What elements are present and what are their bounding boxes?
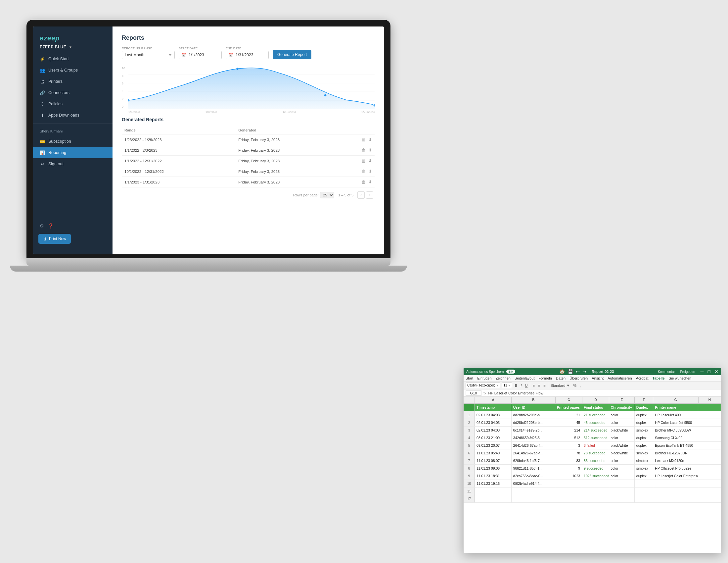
header-printer-name[interactable]: Printer name (653, 404, 698, 411)
sidebar-item-users-groups[interactable]: 👥 Users & Groups (33, 65, 113, 76)
cell-5-printer[interactable]: Epson EcoTank ET-4850 (653, 442, 698, 449)
cell-3-status[interactable]: 214 succeeded (582, 427, 609, 434)
sidebar-item-quick-start[interactable]: ⚡ Quick Start (33, 53, 113, 65)
download-icon[interactable]: ⬇ (368, 148, 372, 153)
sidebar-item-reporting[interactable]: 📊 Reporting (33, 147, 113, 158)
sidebar-item-connectors[interactable]: 🔗 Connectors (33, 87, 113, 98)
cell-7-userid[interactable]: 620bda46-1af6-7... (512, 457, 555, 464)
cell-7-extra[interactable] (698, 457, 721, 464)
cell-8-chroma[interactable]: color (609, 465, 635, 472)
sidebar-item-sign-out[interactable]: ↩ Sign out (33, 158, 113, 169)
header-timestamp[interactable]: Timestamp (475, 404, 512, 411)
cell-reference[interactable]: G10 (466, 391, 481, 396)
menu-zeichnen[interactable]: Zeichnen (496, 376, 511, 381)
cell-17-h[interactable] (698, 495, 721, 502)
end-date-display[interactable]: 📅 1/31/2023 (226, 51, 269, 59)
delete-icon[interactable]: 🗑 (361, 148, 366, 153)
cell-6-userid[interactable]: 26414d26-67ab-f... (512, 449, 555, 457)
cell-17-a[interactable] (475, 495, 512, 502)
menu-acrobat[interactable]: Acrobat (636, 376, 649, 381)
excel-redo-icon[interactable]: ↪ (582, 369, 586, 374)
download-icon[interactable]: ⬇ (368, 169, 372, 174)
cell-4-status[interactable]: 512 succeeded (582, 434, 609, 442)
cell-8-duplex[interactable]: simplex (635, 465, 653, 472)
underline-button[interactable]: U (524, 383, 528, 388)
cell-8-timestamp[interactable]: 11.01.23 09:06 (475, 465, 512, 472)
cell-6-extra[interactable] (698, 449, 721, 457)
bold-button[interactable]: B (514, 383, 518, 388)
delete-icon[interactable]: 🗑 (361, 158, 366, 163)
menu-start[interactable]: Start (466, 376, 473, 381)
align-left-button[interactable]: ≡ (531, 383, 535, 388)
settings-icon[interactable]: ⚙ (40, 223, 44, 228)
cell-11-g[interactable] (653, 488, 698, 495)
cell-8-printer[interactable]: HP OfficeJet Pro 8022e (653, 465, 698, 472)
delete-icon[interactable]: 🗑 (361, 137, 366, 142)
cell-4-chroma[interactable]: color (609, 434, 635, 442)
header-duplex[interactable]: Duplex (635, 404, 653, 411)
col-header-d[interactable]: D (582, 397, 609, 403)
delete-icon[interactable]: 🗑 (361, 169, 366, 174)
header-chromaticity[interactable]: Chromaticity (609, 404, 635, 411)
cell-5-duplex[interactable]: duplex (635, 442, 653, 449)
cell-1-duplex[interactable]: duplex (635, 411, 653, 419)
minimize-icon[interactable]: ─ (701, 369, 704, 374)
cell-4-userid[interactable]: 342d8659-fd25-5... (512, 434, 555, 442)
cell-1-printer[interactable]: HP LaserJet 400 (653, 411, 698, 419)
excel-undo-icon[interactable]: ↩ (576, 369, 580, 374)
cell-9-timestamp[interactable]: 11.01.23 18:31 (475, 472, 512, 480)
cell-10-userid[interactable]: 0f02b4ad-e914-f... (512, 480, 555, 487)
cell-4-duplex[interactable]: duplex (635, 434, 653, 442)
autosave-toggle[interactable]: EIN (506, 370, 515, 374)
sidebar-item-apps-downloads[interactable]: ⬇ Apps Downloads (33, 110, 113, 121)
org-arrow-icon[interactable]: ▼ (69, 45, 72, 49)
cell-4-timestamp[interactable]: 03.01.23 21:09 (475, 434, 512, 442)
menu-ansicht[interactable]: Ansicht (592, 376, 604, 381)
cell-7-status[interactable]: 83 succeeded (582, 457, 609, 464)
cell-1-pages[interactable]: 21 (555, 411, 582, 419)
menu-tabelle[interactable]: Tabelle (653, 376, 665, 381)
download-icon[interactable]: ⬇ (368, 137, 372, 142)
cell-3-extra[interactable] (698, 427, 721, 434)
cell-17-e[interactable] (609, 495, 635, 502)
download-icon[interactable]: ⬇ (368, 179, 372, 184)
cell-8-extra[interactable] (698, 465, 721, 472)
print-now-button[interactable]: 🖨 Print Now (38, 234, 71, 244)
cell-5-pages[interactable]: 3 (555, 442, 582, 449)
cell-11-a[interactable] (475, 488, 512, 495)
cell-4-printer[interactable]: Samsung CLX-92 (653, 434, 698, 442)
col-header-b[interactable]: B (512, 397, 555, 403)
col-header-a[interactable]: A (475, 397, 512, 403)
cell-5-chroma[interactable]: black/white (609, 442, 635, 449)
cell-5-timestamp[interactable]: 09.01.23 20:07 (475, 442, 512, 449)
col-header-e[interactable]: E (609, 397, 635, 403)
cell-2-printer[interactable]: HP Color LaserJet 9500 (653, 419, 698, 426)
cell-9-chroma[interactable]: color (609, 472, 635, 480)
cell-10-pages[interactable] (555, 480, 582, 487)
col-header-c[interactable]: C (556, 397, 582, 403)
comma-button[interactable]: , (579, 383, 582, 388)
cell-7-chroma[interactable]: color (609, 457, 635, 464)
menu-formeln[interactable]: Formeln (538, 376, 552, 381)
cell-11-e[interactable] (609, 488, 635, 495)
cell-8-status[interactable]: 9 succeeded (582, 465, 609, 472)
cell-1-userid[interactable]: dd28bd2f-208e-b... (512, 411, 555, 419)
cell-10-timestamp[interactable]: 11.01.23 19:16 (475, 480, 512, 487)
col-header-h[interactable]: H (699, 397, 721, 403)
cell-9-pages[interactable]: 1023 (555, 472, 582, 480)
col-header-g[interactable]: G (653, 397, 699, 403)
cell-8-userid[interactable]: 98821d11-85cf-1... (512, 465, 555, 472)
cell-9-duplex[interactable]: duplex (635, 472, 653, 480)
cell-3-timestamp[interactable]: 02.01.23 04:03 (475, 427, 512, 434)
cell-17-b[interactable] (512, 495, 555, 502)
cell-5-status[interactable]: 3 failed (582, 442, 609, 449)
cell-5-extra[interactable] (698, 442, 721, 449)
header-final-status[interactable]: Final status (582, 404, 609, 411)
header-user-id[interactable]: User ID (512, 404, 555, 411)
cell-11-c[interactable] (555, 488, 582, 495)
cell-9-extra[interactable] (698, 472, 721, 480)
menu-ueberpruefen[interactable]: Überprüfen (569, 376, 588, 381)
sidebar-item-policies[interactable]: 🛡 Policies (33, 98, 113, 110)
cell-6-timestamp[interactable]: 11.01.23 05:40 (475, 449, 512, 457)
cell-1-chroma[interactable]: color (609, 411, 635, 419)
